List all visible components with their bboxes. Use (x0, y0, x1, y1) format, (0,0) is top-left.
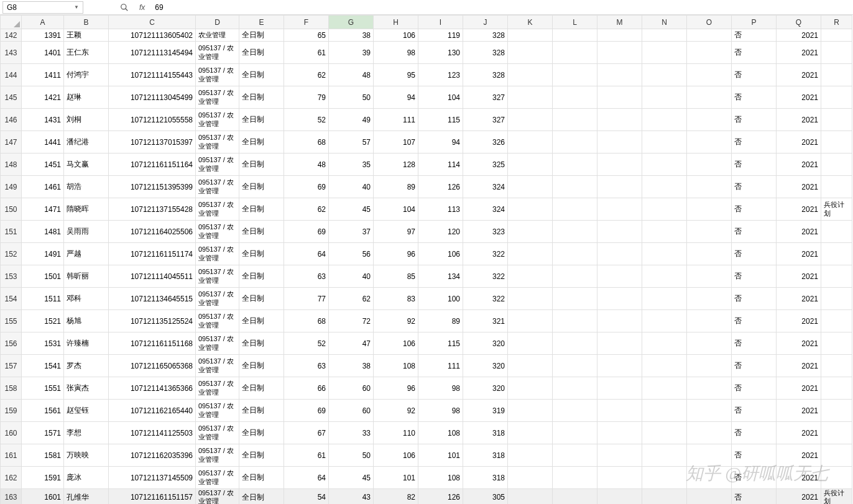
table-row[interactable]: 1431401王仁东107121113145494095137 / 农业管理全日… (1, 42, 852, 64)
cell[interactable]: 37 (329, 221, 374, 243)
cell[interactable]: 52 (284, 109, 329, 131)
col-header-L[interactable]: L (553, 16, 597, 29)
cell[interactable]: 全日制 (239, 422, 284, 444)
cell[interactable] (553, 42, 597, 64)
row-header[interactable]: 153 (1, 265, 22, 288)
cell[interactable]: 38 (329, 29, 374, 42)
cell[interactable]: 39 (329, 42, 374, 64)
table-row[interactable]: 1481451马文赢107121161151164095137 / 农业管理全日… (1, 153, 852, 176)
cell[interactable] (687, 377, 732, 400)
cell[interactable]: 326 (463, 131, 508, 153)
col-header-M[interactable]: M (597, 16, 642, 29)
cell[interactable]: 40 (329, 265, 374, 288)
cell[interactable]: 095137 / 农业管理 (196, 64, 239, 86)
cell[interactable]: 2021 (777, 422, 821, 444)
cell[interactable] (508, 131, 553, 153)
cell[interactable]: 64 (284, 467, 329, 489)
cell[interactable] (687, 332, 732, 355)
zoom-icon[interactable] (119, 2, 129, 12)
cell[interactable] (553, 64, 597, 86)
spreadsheet-grid[interactable]: ABCDEFGHIJKLMNOPQR1421391王颖1071211136054… (0, 15, 853, 504)
cell[interactable]: 095137 / 农业管理 (196, 153, 239, 176)
cell[interactable]: 48 (329, 64, 374, 86)
cell[interactable]: 否 (732, 265, 777, 288)
cell[interactable]: 60 (329, 400, 374, 422)
cell[interactable]: 322 (463, 265, 508, 288)
cell[interactable] (642, 422, 687, 444)
row-header[interactable]: 160 (1, 422, 22, 444)
cell[interactable]: 095137 / 农业管理 (196, 176, 239, 198)
table-row[interactable]: 1491461胡浩107121151395399095137 / 农业管理全日制… (1, 176, 852, 198)
row-header[interactable]: 148 (1, 153, 22, 176)
cell[interactable]: 45 (329, 198, 374, 221)
col-header-C[interactable]: C (109, 16, 196, 29)
cell[interactable] (642, 400, 687, 422)
cell[interactable]: 106 (418, 243, 463, 265)
cell[interactable] (821, 265, 852, 288)
cell[interactable]: 王颖 (64, 29, 109, 42)
cell[interactable] (597, 153, 642, 176)
cell[interactable] (687, 288, 732, 310)
cell[interactable]: 1601 (22, 489, 64, 505)
cell[interactable]: 否 (732, 64, 777, 86)
cell[interactable]: 1401 (22, 42, 64, 64)
cell[interactable] (642, 265, 687, 288)
cell[interactable]: 322 (463, 243, 508, 265)
cell[interactable]: 68 (284, 131, 329, 153)
cell[interactable] (553, 355, 597, 377)
cell[interactable]: 108 (418, 422, 463, 444)
cell[interactable]: 否 (732, 176, 777, 198)
cell[interactable]: 1421 (22, 86, 64, 109)
cell[interactable]: 095137 / 农业管理 (196, 265, 239, 288)
cell[interactable]: 97 (374, 221, 418, 243)
cell[interactable] (508, 310, 553, 332)
cell[interactable] (597, 377, 642, 400)
cell[interactable] (642, 109, 687, 131)
cell[interactable]: 320 (463, 355, 508, 377)
cell[interactable] (597, 288, 642, 310)
cell[interactable]: 318 (463, 467, 508, 489)
cell[interactable]: 115 (418, 332, 463, 355)
cell[interactable]: 324 (463, 176, 508, 198)
cell[interactable] (821, 422, 852, 444)
cell[interactable]: 095137 / 农业管理 (196, 109, 239, 131)
cell[interactable]: 胡浩 (64, 176, 109, 198)
cell[interactable] (687, 265, 732, 288)
cell[interactable]: 2021 (777, 29, 821, 42)
cell[interactable] (597, 64, 642, 86)
cell[interactable]: 刘桐 (64, 109, 109, 131)
row-header[interactable]: 162 (1, 467, 22, 489)
cell[interactable] (553, 198, 597, 221)
cell[interactable]: 全日制 (239, 64, 284, 86)
cell[interactable]: 107121161151168 (109, 332, 196, 355)
cell[interactable]: 1441 (22, 131, 64, 153)
cell[interactable] (597, 42, 642, 64)
cell[interactable] (597, 422, 642, 444)
cell[interactable]: 107121162165440 (109, 400, 196, 422)
table-row[interactable]: 1621591庞冰107121137145509095137 / 农业管理全日制… (1, 467, 852, 489)
cell[interactable]: 66 (284, 377, 329, 400)
cell[interactable]: 107121162035396 (109, 444, 196, 467)
cell[interactable]: 095137 / 农业管理 (196, 42, 239, 64)
cell[interactable]: 85 (374, 265, 418, 288)
cell[interactable]: 全日制 (239, 243, 284, 265)
cell[interactable]: 否 (732, 310, 777, 332)
cell[interactable] (687, 400, 732, 422)
cell[interactable]: 62 (329, 288, 374, 310)
cell[interactable]: 52 (284, 332, 329, 355)
cell[interactable]: 罗杰 (64, 355, 109, 377)
cell[interactable]: 321 (463, 310, 508, 332)
cell[interactable]: 60 (329, 377, 374, 400)
cell[interactable]: 2021 (777, 467, 821, 489)
cell[interactable] (553, 310, 597, 332)
cell[interactable]: 潘纪港 (64, 131, 109, 153)
table-row[interactable]: 1461431刘桐107121121055558095137 / 农业管理全日制… (1, 109, 852, 131)
cell[interactable]: 111 (374, 109, 418, 131)
cell[interactable] (508, 176, 553, 198)
cell[interactable]: 否 (732, 422, 777, 444)
cell[interactable]: 095137 / 农业管理 (196, 489, 239, 505)
cell[interactable]: 113 (418, 198, 463, 221)
cell[interactable] (642, 444, 687, 467)
cell[interactable]: 107121113045499 (109, 86, 196, 109)
cell[interactable]: 否 (732, 467, 777, 489)
